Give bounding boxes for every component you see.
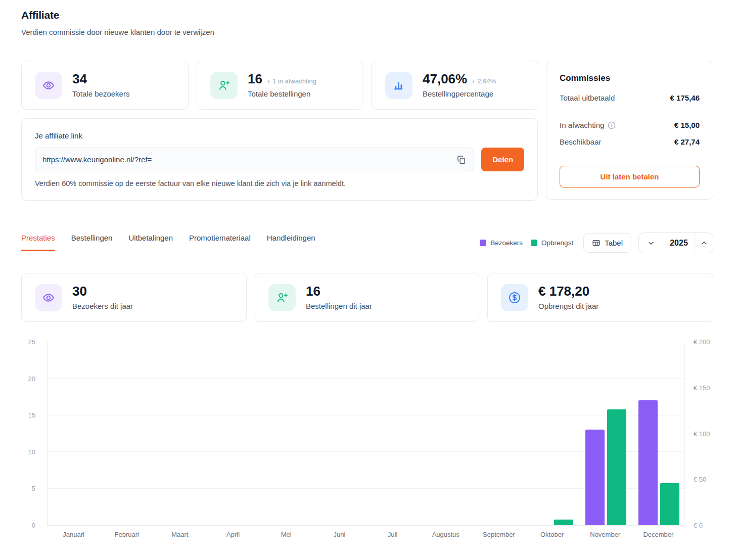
x-axis-label-januari: Januari (47, 531, 100, 538)
tab-promotiemateriaal[interactable]: Promotiemateriaal (189, 234, 251, 251)
commissions-panel: Commissies Totaal uitbetaald € 175,46 In… (546, 61, 713, 200)
y-axis-tick-left: 20 (12, 375, 35, 383)
tab-uitbetalingen[interactable]: Uitbetalingen (128, 234, 173, 251)
stat-value: 16 (248, 72, 262, 86)
y-axis-tick-left: 0 (12, 522, 35, 530)
y-axis-tick-right: € 50 (694, 476, 706, 484)
affiliate-link-helper: Verdien 60% commissie op de eerste factu… (35, 179, 524, 188)
commission-row-label: In afwachting (560, 121, 616, 129)
x-axis-label-augustus: Augustus (419, 531, 472, 538)
info-icon[interactable] (608, 121, 616, 129)
affiliate-link-label: Je affiliate link (35, 131, 524, 140)
year-value: 2025 (663, 233, 695, 253)
stat-card-orders-year: 16 Bestellingen dit jaar (255, 273, 479, 322)
dollar-circle-icon (501, 284, 528, 311)
x-axis-label-maart: Maart (153, 531, 206, 538)
year-stepper: 2025 (638, 232, 713, 253)
bar-chart-icon (385, 72, 412, 99)
year-previous-button[interactable] (639, 233, 663, 253)
stat-value: 30 (72, 285, 87, 298)
commission-row-value: € 175,46 (670, 94, 700, 102)
stat-badge: + 2,94% (472, 77, 496, 85)
table-view-button[interactable]: Tabel (583, 233, 631, 253)
stat-card-revenue-year: € 178,20 Opbrengst dit jaar (487, 273, 713, 322)
y-axis-tick-right: € 0 (694, 522, 703, 530)
x-axis-label-december: December (632, 531, 685, 538)
commission-row-value: € 15,00 (674, 121, 700, 129)
page-subtitle: Verdien commissie door nieuwe klanten do… (21, 28, 214, 36)
y-axis-tick-right: € 150 (694, 384, 710, 392)
affiliate-link-card: Je affiliate link Delen Verdien 60% comm… (21, 118, 538, 201)
stat-card-total-orders: 16 + 1 in afwachting Totale bestellingen (197, 61, 363, 110)
divider (560, 112, 700, 112)
user-plus-icon (268, 284, 296, 311)
payout-button[interactable]: Uit laten betalen (560, 166, 700, 188)
y-axis-tick-left: 5 (12, 485, 35, 493)
table-icon (592, 239, 601, 247)
x-axis-label-juli: Juli (366, 531, 419, 538)
x-axis-label-september: September (472, 531, 525, 538)
user-plus-icon (210, 72, 238, 99)
share-button[interactable]: Delen (481, 148, 524, 171)
commission-row-label: Totaal uitbetaald (560, 94, 615, 102)
stat-value: € 178,20 (538, 285, 589, 298)
commission-row-value: € 27,74 (674, 137, 700, 146)
x-axis-label-februari: Februari (100, 531, 153, 538)
affiliate-page: Affiliate Verdien commissie door nieuwe … (0, 0, 737, 560)
eye-icon (35, 284, 62, 311)
bar-bezoekers-december[interactable] (638, 400, 658, 525)
stat-value: 16 (306, 285, 320, 298)
chevron-down-icon (647, 239, 655, 247)
y-axis-tick-left: 10 (12, 448, 35, 456)
tab-bestellingen[interactable]: Bestellingen (71, 234, 113, 251)
x-axis-label-oktober: Oktober (526, 531, 579, 538)
stat-card-order-percentage: 47,06% + 2,94% Bestellingpercentage (372, 61, 538, 110)
x-axis-label-juni: Juni (313, 531, 366, 538)
x-axis-label-april: April (207, 531, 260, 538)
x-axis-label-mei: Mei (260, 531, 313, 538)
stat-value: 34 (72, 72, 87, 86)
bar-opbrengst-december[interactable] (660, 483, 679, 525)
bar-opbrengst-oktober[interactable] (554, 520, 573, 525)
stat-label: Bezoekers dit jaar (72, 302, 133, 310)
stat-value: 47,06% (423, 72, 467, 86)
stat-label: Opbrengst dit jaar (538, 302, 598, 310)
stat-label: Bestellingpercentage (423, 89, 496, 98)
page-title: Affiliate (21, 9, 59, 21)
stat-badge: + 1 in afwachting (267, 77, 316, 85)
bar-bezoekers-november[interactable] (585, 430, 605, 525)
stat-label: Totale bestellingen (248, 89, 316, 98)
tab-handleidingen[interactable]: Handleidingen (267, 234, 315, 251)
chevron-up-icon (700, 239, 708, 247)
gridline (48, 415, 684, 415)
y-axis-tick-left: 25 (12, 338, 35, 346)
year-next-button[interactable] (695, 233, 713, 253)
copy-icon[interactable] (455, 153, 468, 166)
eye-icon (35, 72, 62, 99)
stat-card-total-visitors: 34 Totale bezoekers (21, 61, 189, 110)
tab-bar: Prestaties Bestellingen Uitbetalingen Pr… (21, 234, 315, 251)
stat-label: Totale bezoekers (72, 89, 129, 98)
performance-chart: 0510152025€ 0€ 50€ 100€ 150€ 200JanuariF… (0, 334, 737, 546)
chart-plot-area (47, 342, 685, 526)
stat-card-visitors-year: 30 Bezoekers dit jaar (21, 273, 247, 322)
commissions-title: Commissies (560, 73, 700, 83)
commission-row-label: Beschikbaar (560, 137, 602, 146)
stat-label: Bestellingen dit jaar (306, 302, 372, 310)
legend-item-opbrengst[interactable]: Opbrengst (531, 239, 573, 247)
gridline (48, 342, 684, 342)
chart-legend: Bezoekers Opbrengst (480, 239, 573, 247)
legend-swatch-bezoekers (480, 240, 486, 246)
y-axis-tick-right: € 100 (694, 430, 710, 438)
y-axis-tick-left: 15 (12, 411, 35, 419)
tab-prestaties[interactable]: Prestaties (21, 234, 55, 251)
gridline (48, 378, 684, 379)
affiliate-link-input[interactable] (35, 148, 474, 171)
x-axis-label-november: November (579, 531, 632, 538)
chart-controls: Bezoekers Opbrengst Tabel 2025 (480, 232, 713, 253)
legend-swatch-opbrengst (531, 240, 537, 246)
legend-item-bezoekers[interactable]: Bezoekers (480, 239, 523, 247)
y-axis-tick-right: € 200 (694, 338, 710, 346)
bar-opbrengst-november[interactable] (607, 409, 626, 525)
